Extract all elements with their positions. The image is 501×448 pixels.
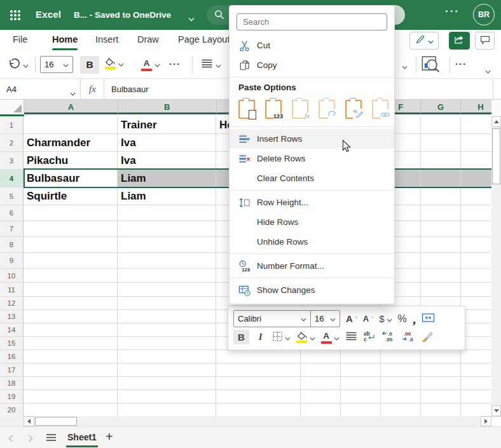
row-header-14[interactable]: 14 [0,323,24,337]
edit-mode-button[interactable] [409,32,439,50]
row-header-12[interactable]: 12 [0,297,24,310]
chevron-down-icon[interactable] [188,13,195,24]
paste-formatting-button[interactable]: % [345,100,362,119]
cell-B16[interactable] [118,350,216,363]
column-header-B[interactable]: B [118,100,217,114]
tab-page-layout[interactable]: Page Layout [178,34,230,44]
wrap-text-button[interactable]: abc [363,330,376,344]
cell-F16[interactable] [381,350,421,363]
cell-G16[interactable] [421,350,461,363]
cell-D17[interactable] [301,363,341,377]
bold-button[interactable]: B [233,330,249,344]
menu-item-clear-contents[interactable]: Clear Contents [230,168,394,188]
row-header-20[interactable]: 20 [0,404,24,417]
cell-G8[interactable] [421,237,461,253]
paste-transpose-button[interactable] [319,100,335,119]
menu-item-hide-rows[interactable]: Hide Rows [230,212,394,232]
fill-color-button[interactable] [296,332,315,343]
cell-A12[interactable] [24,297,118,310]
row-header-2[interactable]: 2 [0,134,24,152]
fill-color-button[interactable] [104,57,124,69]
app-name[interactable]: Excel [36,9,61,20]
column-header-G[interactable]: G [421,100,461,114]
decrease-decimal-button[interactable]: .00.0 [401,330,415,344]
align-button[interactable] [201,59,221,71]
font-size-select[interactable]: 16 [310,311,340,327]
cell-G10[interactable] [421,269,461,283]
cell-B6[interactable] [118,205,216,221]
cell-B18[interactable] [118,377,216,390]
font-color-button[interactable]: A [321,330,340,344]
increase-font-size-button[interactable]: Aˆ [346,313,357,324]
cell-B19[interactable] [118,390,216,404]
insert-function-button[interactable]: fx [81,79,104,99]
cell-B2[interactable]: Iva [118,134,216,152]
menu-item-copy[interactable]: Copy [230,55,394,75]
row-header-4[interactable]: 4 [0,170,24,187]
row-header-17[interactable]: 17 [0,363,24,377]
select-all-corner[interactable] [0,100,24,116]
horizontal-scrollbar[interactable] [24,416,491,426]
merge-cells-button[interactable] [422,313,435,325]
more-commands-icon[interactable]: ··· [455,58,467,69]
cell-G3[interactable] [421,152,461,170]
cell-E20[interactable] [341,404,381,417]
paste-values-button[interactable]: 123 [265,100,282,119]
cell-A17[interactable] [24,363,118,377]
cell-B4[interactable]: Liam [118,170,216,187]
row-header-10[interactable]: 10 [0,269,24,283]
scroll-left-button[interactable] [24,416,34,426]
font-size-select[interactable]: 16 [40,56,73,73]
cell-G5[interactable] [421,187,461,205]
analyze-data-button[interactable] [421,55,440,77]
cell-A19[interactable] [24,390,118,404]
cell-G4[interactable] [421,170,461,187]
row-header-6[interactable]: 6 [0,205,24,221]
new-sheet-button[interactable]: + [106,430,113,444]
avatar[interactable]: BR [473,4,495,25]
cell-B12[interactable] [118,297,216,310]
tab-file[interactable]: File [13,34,27,44]
cell-F17[interactable] [381,363,421,377]
cell-B1[interactable]: Trainer [118,116,216,134]
vertical-scrollbar[interactable] [491,116,501,416]
paste-formulas-button[interactable]: fx [292,100,308,119]
document-title[interactable]: B... - Saved to OneDrive [74,10,171,20]
cell-A7[interactable] [24,221,118,237]
cell-G2[interactable] [421,134,461,152]
cell-B15[interactable] [118,337,216,350]
cell-G9[interactable] [421,253,461,269]
row-header-9[interactable]: 9 [0,253,24,269]
cell-B13[interactable] [118,310,216,323]
scroll-up-button[interactable] [491,116,501,127]
cell-F19[interactable] [381,390,421,404]
row-header-19[interactable]: 19 [0,390,24,404]
cell-A10[interactable] [24,269,118,283]
cell-D18[interactable] [301,377,341,390]
menu-item-unhide-rows[interactable]: Unhide Rows [230,232,394,252]
cell-G1[interactable] [421,116,461,134]
tab-draw[interactable]: Draw [137,34,159,44]
cell-A18[interactable] [24,377,118,390]
cell-A14[interactable] [24,323,118,337]
menu-item-delete-rows[interactable]: Delete Rows [230,149,394,168]
cell-G19[interactable] [421,390,461,404]
cell-A6[interactable] [24,205,118,221]
share-button[interactable] [449,32,470,50]
paste-button[interactable] [238,100,255,119]
tab-insert[interactable]: Insert [95,34,118,44]
cell-E16[interactable] [341,350,381,363]
cell-D20[interactable] [301,404,341,417]
cell-C19[interactable] [216,390,301,404]
collapse-ribbon-button[interactable] [485,65,491,76]
cell-C17[interactable] [216,363,301,377]
cell-A2[interactable]: Charmander [24,134,118,152]
cell-G18[interactable] [421,377,461,390]
cell-E18[interactable] [341,377,381,390]
italic-button[interactable]: I [255,330,266,344]
cell-E19[interactable] [341,390,381,404]
cell-A3[interactable]: Pikachu [24,152,118,170]
row-header-8[interactable]: 8 [0,237,24,253]
menu-item-number-format[interactable]: 123Number Format... [230,256,394,276]
percent-style-button[interactable]: % [398,313,407,325]
